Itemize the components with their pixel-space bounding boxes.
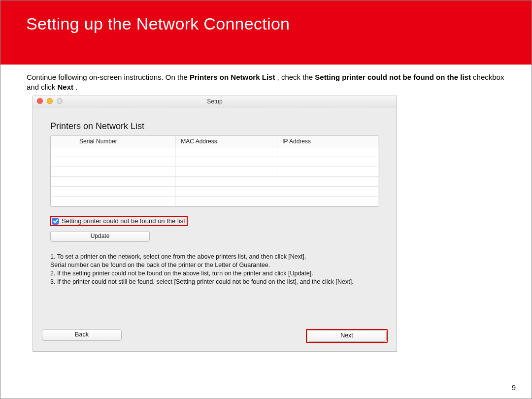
table-row[interactable] [51, 167, 379, 177]
intro-text: Continue following on-screen instruction… [27, 73, 190, 81]
slide: Setting up the Network Connection Contin… [0, 0, 532, 399]
instruction-line: Serial number can be found on the back o… [50, 261, 379, 269]
intro-paragraph: Continue following on-screen instruction… [27, 72, 518, 92]
window-body: Printers on Network List Serial Number M… [33, 107, 397, 352]
next-button[interactable]: Next [307, 330, 387, 342]
instructions-block: 1. To set a printer on the network, sele… [50, 253, 379, 286]
next-highlight: Next [306, 329, 388, 343]
window-titlebar: Setup [33, 96, 397, 107]
printers-table: Serial Number MAC Address IP Address [51, 136, 379, 206]
checkbox-checked-icon[interactable] [52, 218, 59, 225]
update-button[interactable]: Update [50, 231, 150, 242]
title-band: Setting up the Network Connection [0, 0, 532, 65]
col-ip[interactable]: IP Address [277, 136, 379, 147]
instruction-line: 2. If the setting printer could not be f… [50, 269, 379, 278]
intro-bold-3: Next [58, 83, 74, 91]
body-text: Continue following on-screen instruction… [27, 72, 518, 92]
page-title: Setting up the Network Connection [26, 14, 290, 33]
table-row[interactable] [51, 157, 379, 167]
back-button[interactable]: Back [42, 329, 122, 341]
bottom-buttons: Back Next [33, 329, 397, 343]
table-row[interactable] [51, 147, 379, 157]
printers-heading: Printers on Network List [50, 121, 379, 132]
intro-bold-2: Setting printer could not be found on th… [315, 73, 471, 81]
intro-bold-1: Printers on Network List [190, 73, 275, 81]
instruction-line: 1. To set a printer on the network, sele… [50, 253, 379, 261]
printers-table-wrap: Serial Number MAC Address IP Address [50, 135, 379, 207]
table-row[interactable] [51, 187, 379, 197]
col-mac[interactable]: MAC Address [176, 136, 277, 147]
intro-text: , check the [277, 73, 315, 81]
page-number: 9 [512, 383, 516, 392]
intro-text: . [75, 83, 77, 91]
col-spacer [51, 136, 74, 147]
instruction-line: 3. If the printer could not still be fou… [50, 278, 379, 286]
checkbox-label: Setting printer could not be found on th… [62, 217, 185, 225]
window-title: Setup [33, 96, 397, 107]
table-row[interactable] [51, 197, 379, 206]
col-serial[interactable]: Serial Number [74, 136, 176, 147]
not-found-checkbox-row[interactable]: Setting printer could not be found on th… [50, 216, 188, 226]
setup-window: Setup Printers on Network List Serial Nu… [33, 96, 397, 352]
table-row[interactable] [51, 177, 379, 187]
